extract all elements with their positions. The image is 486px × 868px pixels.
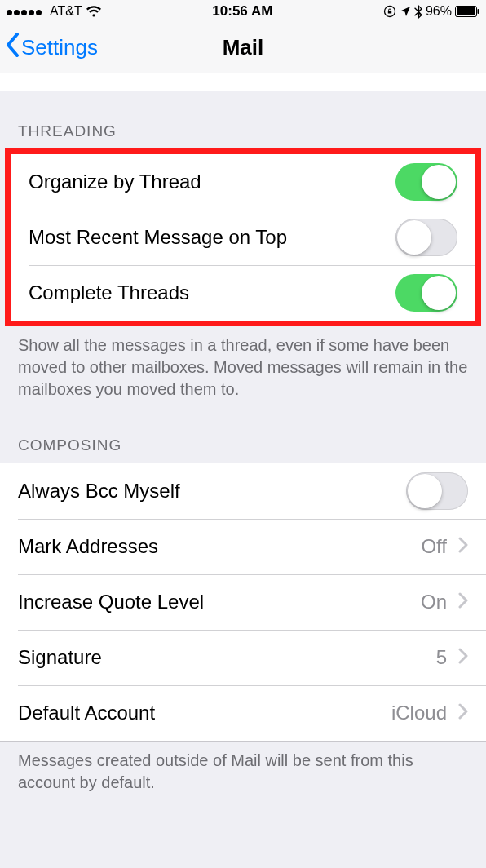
row-signature[interactable]: Signature 5 [0, 630, 486, 685]
row-complete-threads: Complete Threads [11, 265, 475, 321]
threading-footer: Show all the messages in a thread, even … [0, 326, 486, 405]
row-organize-by-thread: Organize by Thread [11, 154, 475, 210]
mark-addresses-value: Off [421, 535, 447, 558]
status-bar: AT&T 10:56 AM 96% [0, 0, 486, 23]
mark-addresses-label: Mark Addresses [18, 535, 158, 558]
most-recent-on-top-toggle[interactable] [395, 219, 457, 256]
composing-group: Always Bcc Myself Mark Addresses Off Inc… [0, 463, 486, 742]
carrier-label: AT&T [50, 4, 82, 19]
threading-group: Organize by Thread Most Recent Message o… [11, 154, 475, 321]
chevron-left-icon [5, 33, 20, 63]
organize-by-thread-label: Organize by Thread [29, 170, 201, 193]
signature-label: Signature [18, 646, 102, 669]
nav-bar: Settings Mail [0, 23, 486, 73]
back-label: Settings [21, 35, 98, 60]
chevron-right-icon [458, 646, 468, 669]
signature-value: 5 [436, 646, 447, 669]
default-account-label: Default Account [18, 702, 155, 724]
row-increase-quote-level[interactable]: Increase Quote Level On [0, 574, 486, 630]
chevron-right-icon [458, 702, 468, 724]
highlight-annotation: Organize by Thread Most Recent Message o… [5, 148, 481, 326]
complete-threads-toggle[interactable] [395, 274, 457, 312]
organize-by-thread-toggle[interactable] [395, 163, 457, 201]
bluetooth-icon [414, 5, 422, 19]
signal-dots-icon [7, 3, 43, 20]
row-mark-addresses[interactable]: Mark Addresses Off [0, 519, 486, 574]
row-most-recent-on-top: Most Recent Message on Top [11, 210, 475, 265]
previous-group-edge [0, 73, 486, 91]
composing-footer: Messages created outside of Mail will be… [0, 742, 486, 799]
section-header-threading: THREADING [0, 91, 486, 148]
svg-rect-3 [478, 9, 479, 14]
orientation-lock-icon [383, 5, 396, 18]
wifi-icon [86, 6, 102, 18]
back-button[interactable]: Settings [0, 33, 98, 63]
row-default-account[interactable]: Default Account iCloud [0, 685, 486, 741]
status-left: AT&T [7, 3, 102, 20]
section-header-composing: COMPOSING [0, 405, 486, 463]
battery-icon [455, 6, 479, 17]
status-time: 10:56 AM [102, 3, 383, 20]
complete-threads-label: Complete Threads [29, 281, 189, 304]
chevron-right-icon [458, 535, 468, 558]
always-bcc-toggle[interactable] [406, 472, 468, 510]
default-account-value: iCloud [391, 702, 447, 724]
status-right: 96% [383, 4, 479, 19]
row-always-bcc: Always Bcc Myself [0, 463, 486, 519]
battery-percent: 96% [426, 4, 452, 19]
increase-quote-value: On [421, 591, 447, 613]
increase-quote-label: Increase Quote Level [18, 591, 204, 613]
svg-rect-2 [457, 7, 475, 16]
location-icon [400, 6, 411, 17]
always-bcc-label: Always Bcc Myself [18, 480, 180, 503]
chevron-right-icon [458, 591, 468, 613]
most-recent-on-top-label: Most Recent Message on Top [29, 226, 287, 249]
